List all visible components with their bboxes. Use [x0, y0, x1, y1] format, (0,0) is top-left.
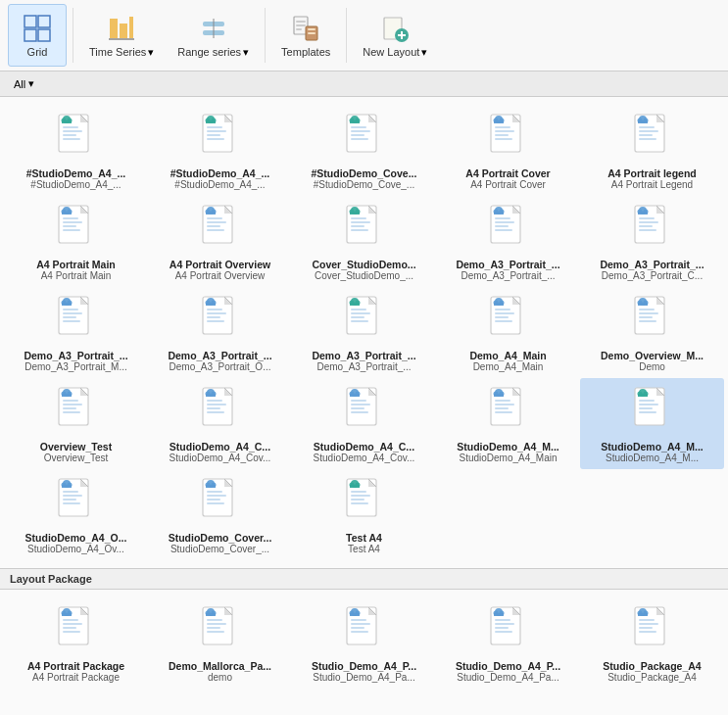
grid-item[interactable]: Demo_A4_MainDemo_A4_Main	[436, 287, 580, 378]
grid-item[interactable]: A4 Portrait MainA4 Portrait Main	[4, 196, 148, 287]
svg-rect-223	[495, 400, 510, 402]
grid-scroll[interactable]: #StudioDemo_A4_...#StudioDemo_A4_... #St…	[0, 97, 728, 715]
item-icon	[483, 295, 534, 346]
grid-item[interactable]: #StudioDemo_Cove...#StudioDemo_Cove_...	[292, 105, 436, 196]
layout-package-grid: A4 Portrait PackageA4 Portrait Package D…	[0, 590, 728, 696]
grid-item[interactable]: StudioDemo_A4_O...StudioDemo_A4_Ov...	[4, 469, 148, 560]
svg-rect-300	[351, 619, 366, 621]
grid-item[interactable]: #StudioDemo_A4_...#StudioDemo_A4_...	[4, 105, 148, 196]
grid-item[interactable]: Demo_Overview_M...Demo	[580, 287, 724, 378]
item-name: #StudioDemo_Cove...	[306, 167, 423, 179]
svg-rect-83	[63, 229, 80, 231]
grid-item[interactable]: Studio_Demo_A4_P...Studio_Demo_A4_Pa...	[292, 597, 436, 689]
main-area: #StudioDemo_A4_...#StudioDemo_A4_... #St…	[0, 97, 728, 715]
svg-rect-171	[495, 320, 512, 322]
svg-rect-12	[296, 21, 306, 23]
grid-item[interactable]: Demo_Mallorca_Pa...demo	[148, 597, 292, 689]
item-name: Demo_A3_Portrait_...	[594, 259, 711, 270]
item-icon	[483, 113, 534, 164]
item-icon	[195, 113, 246, 164]
time-series-label: Time Series	[89, 46, 146, 58]
item-subname: A4 Portrait Legend	[594, 179, 711, 190]
svg-rect-142	[62, 303, 72, 306]
svg-rect-37	[207, 130, 226, 132]
item-icon	[339, 386, 390, 437]
filter-arrow-icon: ▾	[28, 77, 34, 90]
grid-item[interactable]: StudioDemo_Cover...StudioDemo_Cover_...	[148, 469, 292, 560]
grid-item[interactable]: Studio_Package_A4Studio_Package_A4	[580, 597, 724, 689]
svg-rect-50	[351, 138, 368, 140]
grid-item[interactable]: StudioDemo_A4_C...StudioDemo_A4_Cov...	[292, 378, 436, 469]
svg-rect-182	[639, 320, 656, 322]
svg-rect-267	[351, 491, 366, 493]
svg-rect-241	[638, 394, 648, 397]
svg-rect-26	[63, 130, 82, 132]
item-subname: StudioDemo_Cover_...	[162, 544, 279, 554]
item-name: A4 Portrait Overview	[162, 259, 279, 270]
svg-rect-279	[63, 623, 82, 625]
grid-item[interactable]: Test A4Test A4	[292, 469, 436, 560]
svg-rect-257	[207, 495, 226, 497]
filter-all-button[interactable]: All ▾	[8, 75, 40, 92]
item-icon	[483, 386, 534, 437]
grid-item[interactable]: A4 Portrait CoverA4 Portrait Cover	[436, 105, 580, 196]
grid-item[interactable]: StudioDemo_A4_M...StudioDemo_A4_M...	[580, 378, 724, 469]
grid-item[interactable]: A4 Portrait PackageA4 Portrait Package	[4, 597, 148, 689]
sep-1	[73, 8, 73, 63]
grid-item[interactable]: Studio_Demo_A4_P...Studio_Demo_A4_Pa...	[436, 597, 580, 689]
toolbar-time-series-button[interactable]: Time Series ▾	[79, 4, 164, 67]
svg-rect-38	[207, 134, 220, 136]
svg-rect-92	[207, 221, 226, 223]
grid-item[interactable]: StudioDemo_A4_C...StudioDemo_A4_Cov...	[148, 378, 292, 469]
svg-rect-208	[206, 394, 216, 397]
svg-rect-70	[639, 130, 658, 132]
svg-rect-281	[63, 631, 80, 633]
item-icon	[627, 386, 678, 437]
new-layout-label-group: New Layout ▾	[363, 46, 427, 59]
toolbar-templates-button[interactable]: Templates	[271, 4, 340, 67]
time-series-arrow: ▾	[148, 46, 154, 59]
svg-rect-91	[207, 217, 222, 219]
item-icon	[627, 605, 678, 656]
svg-rect-116	[495, 229, 512, 231]
svg-rect-301	[351, 623, 370, 625]
toolbar-new-layout-button[interactable]: New Layout ▾	[353, 4, 437, 67]
item-icon	[195, 204, 246, 255]
svg-rect-197	[62, 394, 72, 397]
svg-rect-103	[351, 221, 370, 223]
grid-item[interactable]: Demo_A3_Portrait_...Demo_A3_Portrait_M..…	[4, 287, 148, 378]
grid-item[interactable]: StudioDemo_A4_M...StudioDemo_A4_Main	[436, 378, 580, 469]
toolbar-range-series-button[interactable]: Range series ▾	[168, 4, 259, 67]
svg-rect-164	[350, 303, 360, 306]
item-name: StudioDemo_Cover...	[162, 532, 279, 544]
grid-item[interactable]: Overview_TestOverview_Test	[4, 378, 148, 469]
grid-item[interactable]: Cover_StudioDemo...Cover_StudioDemo_...	[292, 196, 436, 287]
grid-item[interactable]: Demo_A3_Portrait_...Demo_A3_Portrait_O..…	[148, 287, 292, 378]
svg-rect-245	[63, 491, 78, 493]
svg-rect-28	[63, 138, 80, 140]
svg-rect-314	[495, 631, 512, 633]
grid-item[interactable]: Demo_A3_Portrait_...Demo_A3_Portrait_...	[436, 196, 580, 287]
item-subname: demo	[162, 672, 279, 683]
grid-item[interactable]: #StudioDemo_A4_...#StudioDemo_A4_...	[148, 105, 292, 196]
item-subname: Demo_A3_Portrait_...	[450, 270, 567, 281]
item-icon	[627, 295, 678, 346]
svg-rect-190	[63, 400, 78, 402]
filter-bar: All ▾	[0, 72, 728, 97]
toolbar-grid-button[interactable]: Grid	[8, 4, 67, 67]
svg-rect-186	[638, 303, 648, 306]
grid-item[interactable]: A4 Portrait OverviewA4 Portrait Overview	[148, 196, 292, 287]
svg-rect-224	[495, 404, 514, 405]
item-icon	[339, 113, 390, 164]
item-icon	[51, 477, 102, 528]
svg-rect-58	[495, 126, 510, 128]
svg-rect-157	[351, 309, 366, 310]
svg-rect-113	[495, 217, 510, 219]
grid-item[interactable]: Demo_A3_Portrait_...Demo_A3_Portrait_...	[292, 287, 436, 378]
grid-item[interactable]: Demo_A3_Portrait_...Demo_A3_Portrait_C..…	[580, 196, 724, 287]
grid-item[interactable]: A4 Portrait legendA4 Portrait Legend	[580, 105, 724, 196]
svg-rect-71	[639, 134, 653, 136]
svg-rect-104	[351, 225, 364, 227]
item-subname: #StudioDemo_Cove_...	[306, 179, 423, 190]
item-icon	[339, 605, 390, 656]
